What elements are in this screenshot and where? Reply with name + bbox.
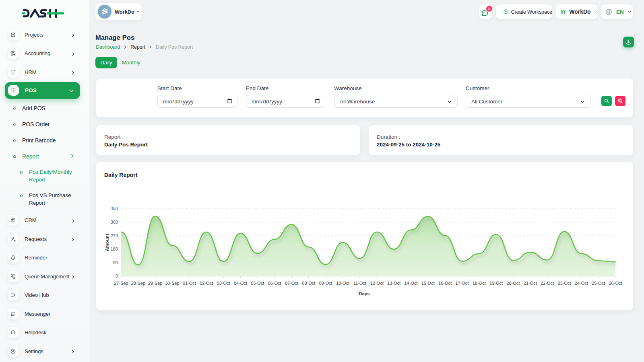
- svg-text:30-Sep: 30-Sep: [165, 281, 179, 286]
- svg-text:0: 0: [116, 274, 118, 278]
- svg-text:Days: Days: [359, 291, 370, 296]
- svg-text:15-Oct: 15-Oct: [421, 281, 435, 286]
- svg-text:Amount: Amount: [105, 234, 109, 251]
- svg-text:13-Oct: 13-Oct: [387, 281, 400, 286]
- svg-text:03-Oct: 03-Oct: [217, 281, 230, 286]
- svg-text:270: 270: [111, 233, 118, 238]
- svg-text:360: 360: [111, 220, 118, 224]
- svg-text:09-Oct: 09-Oct: [319, 281, 332, 286]
- svg-text:10-Oct: 10-Oct: [336, 281, 349, 286]
- svg-text:450: 450: [111, 206, 118, 211]
- svg-text:22-Oct: 22-Oct: [541, 281, 554, 286]
- svg-text:02-Oct: 02-Oct: [200, 281, 213, 286]
- svg-text:90: 90: [113, 260, 118, 265]
- svg-text:14-Oct: 14-Oct: [404, 281, 417, 286]
- svg-text:21-Oct: 21-Oct: [524, 281, 537, 286]
- svg-text:180: 180: [111, 247, 118, 251]
- svg-text:23-Oct: 23-Oct: [557, 281, 571, 286]
- svg-text:17-Oct: 17-Oct: [455, 281, 469, 286]
- svg-text:28-Sep: 28-Sep: [131, 281, 145, 286]
- svg-text:27-Sep: 27-Sep: [114, 281, 128, 286]
- svg-text:18-Oct: 18-Oct: [473, 281, 486, 286]
- svg-text:24-Oct: 24-Oct: [575, 281, 588, 286]
- svg-text:29-Sep: 29-Sep: [148, 281, 162, 286]
- svg-text:05-Oct: 05-Oct: [251, 281, 264, 286]
- svg-text:16-Oct: 16-Oct: [438, 281, 452, 286]
- svg-text:08-Oct: 08-Oct: [302, 281, 315, 286]
- svg-text:25-Oct: 25-Oct: [592, 281, 605, 286]
- svg-text:19-Oct: 19-Oct: [489, 281, 503, 286]
- svg-text:26-Oct: 26-Oct: [609, 281, 622, 286]
- svg-text:20-Oct: 20-Oct: [506, 281, 520, 286]
- svg-text:12-Oct: 12-Oct: [370, 281, 384, 286]
- svg-text:04-Oct: 04-Oct: [234, 281, 247, 286]
- svg-text:01-Oct: 01-Oct: [183, 281, 196, 286]
- svg-text:07-Oct: 07-Oct: [285, 281, 298, 286]
- svg-text:11-Oct: 11-Oct: [353, 281, 366, 286]
- svg-text:06-Oct: 06-Oct: [268, 281, 281, 286]
